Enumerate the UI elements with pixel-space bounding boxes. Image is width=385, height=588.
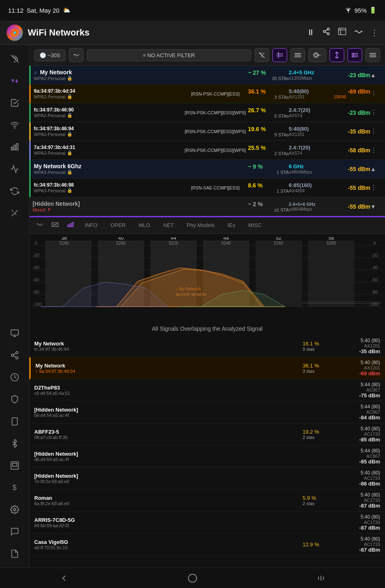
signal-row-3[interactable]: [Hidden Network] b6:d4:54:a5:ac:4f 5:44 … [29, 401, 385, 423]
music-note-icon: ♪ [34, 69, 37, 76]
sidebar-message[interactable] [5, 522, 24, 541]
filter-bar: 🕐 ~30S ≡ NO ACTIVE FILTER [29, 45, 385, 66]
grid-view-btn[interactable] [272, 48, 287, 62]
more-icon-6[interactable]: ⋮ [370, 184, 382, 192]
sidebar-shield[interactable] [5, 390, 24, 409]
sidebar-share[interactable] [5, 345, 24, 365]
sidebar-arrows[interactable] [5, 71, 24, 91]
top-bar: WiFi Networks ⏸ CSV ⋮ [0, 20, 385, 45]
svg-text:-100: -100 [33, 302, 42, 307]
signal-row-7[interactable]: Roman 6a:8f:2e:68:a6:e0 5.9 % 2 stas 5:4… [29, 490, 385, 512]
nav-back-btn[interactable] [52, 570, 76, 586]
network-row-my-network[interactable]: ♪ My Network WPA2-Personal 🔒 ~ 27 % 20 S… [29, 66, 385, 85]
signal-row-5[interactable]: [Hidden Network] d6:d4:54:a5:ac:4f 5:44 … [29, 445, 385, 468]
network-row-4[interactable]: 7a:34:97:3b:4d:31 WPA2-Personal 🔒 [RSN-P… [29, 141, 385, 160]
sidebar-bar-chart[interactable] [5, 137, 24, 157]
svg-point-4 [327, 28, 330, 30]
nav-recent-btn[interactable] [309, 570, 333, 586]
wifi-status-icon [345, 7, 352, 14]
scan-view-btn[interactable] [308, 48, 326, 62]
more-icon-1[interactable]: ⋮ [370, 90, 382, 98]
sidebar-dollar[interactable]: $ [5, 478, 24, 497]
more-icon-3[interactable]: ⋮ [370, 127, 382, 135]
expand-icon-hidden[interactable]: ▼ [370, 203, 382, 210]
network-row-3[interactable]: fc:34:97:3b:46:94 WPA2-Personal 🔒 [RSN-P… [29, 122, 385, 141]
tab-ies[interactable]: IEs [222, 218, 241, 233]
nav-home-btn[interactable] [180, 570, 205, 586]
signal-row-6[interactable]: [Hidden Network] 7e:8f:2e:68:a6:e0 5:40 … [29, 468, 385, 490]
signal-row-8[interactable]: ARRIS-7C8D-5G 84:bb:69:aa:d2:f3 5:40 (80… [29, 512, 385, 534]
tab-wave[interactable] [33, 218, 46, 233]
tab-oper[interactable]: OPER [105, 218, 131, 233]
sidebar-tools[interactable] [5, 203, 24, 223]
tab-net[interactable]: NET [157, 218, 179, 233]
svg-rect-89 [308, 241, 354, 307]
channel-chart: 0 -20 -40 -60 -80 -100 0 -20 -40 -60 -80… [33, 237, 382, 319]
svg-point-25 [15, 357, 18, 359]
svg-rect-16 [11, 147, 13, 150]
sidebar-device[interactable] [5, 412, 24, 431]
sidebar-history[interactable] [5, 368, 24, 387]
svg-point-41 [314, 54, 317, 57]
more-icon-2[interactable]: ⋮ [370, 109, 382, 116]
tab-misc[interactable]: MISC [243, 218, 268, 233]
top-bar-icons: ⏸ CSV ⋮ [307, 27, 378, 38]
signal-row-9[interactable]: Casa Vigel5G a0:ff:70:91:9c:10 12.9 % 5:… [29, 534, 385, 556]
status-left: 11:12 Sat, May 20 ⛅ [8, 7, 71, 14]
expand-icon[interactable]: ▲ [370, 72, 382, 78]
share-icon[interactable] [322, 27, 330, 38]
sidebar-chart2[interactable] [5, 159, 24, 179]
main-layout: $ 🕐 ~30S [0, 45, 385, 568]
sidebar-display[interactable] [5, 456, 24, 475]
signal-row-2[interactable]: D2TheP83 c6:d4:54:a5:4a:51 5:44 (80) AC8… [29, 379, 385, 401]
more-options-icon[interactable]: ⋮ [370, 28, 378, 38]
tab-graph[interactable] [48, 218, 62, 233]
tab-info[interactable]: INFO [79, 218, 103, 233]
network-row-2[interactable]: fc:34:97:3b:46:90 WPA2-Personal 🔒 [RSN-P… [29, 103, 385, 122]
active-filter-btn[interactable]: ≡ NO ACTIVE FILTER [87, 49, 251, 61]
svg-text:-20: -20 [33, 253, 39, 258]
csv-icon[interactable]: CSV [338, 27, 347, 38]
tab-mlo[interactable]: MLO [133, 218, 156, 233]
tab-phy[interactable]: Phy Models [181, 218, 220, 233]
tab-bar-chart[interactable] [64, 217, 77, 234]
svg-point-3 [13, 31, 16, 34]
network-row-hidden[interactable]: [Hidden Network] Mixed! ✗ ~ 2 % ≥1 STA 2… [29, 197, 385, 216]
battery-icon: 🔋 [369, 7, 377, 14]
svg-text:CSV: CSV [339, 28, 342, 30]
list-view-btn[interactable] [290, 48, 305, 62]
sidebar-wifi[interactable] [5, 115, 24, 135]
sidebar-monitor[interactable] [5, 323, 24, 343]
time-filter-btn[interactable]: 🕐 ~30S [34, 49, 66, 61]
signal-row-1[interactable]: My Network ↑ 9a:34:97:3b:4d:34 36.1 % 3 … [29, 357, 385, 379]
wave-filter-btn[interactable] [69, 48, 84, 62]
no-filter-icon-btn[interactable] [254, 48, 269, 62]
signal-row-0[interactable]: My Network fc:34:97:3b:46:94 16.1 % 9 st… [29, 335, 385, 357]
svg-text:5180: 5180 [60, 241, 69, 245]
more-icon-4[interactable]: ⋮ [370, 146, 382, 154]
date: Sat, May 20 [27, 7, 60, 14]
sidebar-check[interactable] [5, 93, 24, 113]
sort-btn[interactable] [330, 48, 344, 62]
pause-icon[interactable]: ⏸ [307, 28, 315, 37]
battery-pct: 95% [354, 7, 367, 14]
expand-icon-6ghz[interactable]: ▲ [370, 166, 382, 172]
lock-icon-5: 🔒 [67, 169, 73, 175]
bottom-nav [0, 568, 385, 588]
wave-icon[interactable] [354, 28, 363, 37]
network-row-5[interactable]: fc:34:97:3b:46:98 WPA3-Personal 🔒 [RSN-S… [29, 178, 385, 197]
sidebar-no-signal[interactable] [5, 49, 24, 69]
sidebar-settings[interactable] [5, 500, 24, 519]
sidebar-document[interactable] [5, 544, 24, 564]
network-table: ♪ My Network WPA2-Personal 🔒 ~ 27 % 20 S… [29, 66, 385, 217]
network-row-6ghz[interactable]: My Network 6Ghz WPA3-Personal 🔒 ~ 9 % 1 … [29, 160, 385, 178]
network-row-0[interactable]: 9a:34:97:3b:4d:34 WPA2-Personal 🔒 [RSN-P… [29, 85, 385, 103]
svg-text:5200: 5200 [116, 241, 126, 245]
more-cols-btn[interactable] [365, 48, 380, 62]
sidebar-refresh[interactable] [5, 181, 24, 201]
sidebar-bluetooth[interactable] [5, 434, 24, 453]
svg-rect-55 [72, 223, 73, 227]
cols-btn[interactable] [347, 48, 362, 62]
signal-row-4[interactable]: ABFF23-5 08:a7:c0:ab:ff:30 19.2 % 2 stas… [29, 423, 385, 445]
weather-icon: ⛅ [63, 7, 71, 14]
